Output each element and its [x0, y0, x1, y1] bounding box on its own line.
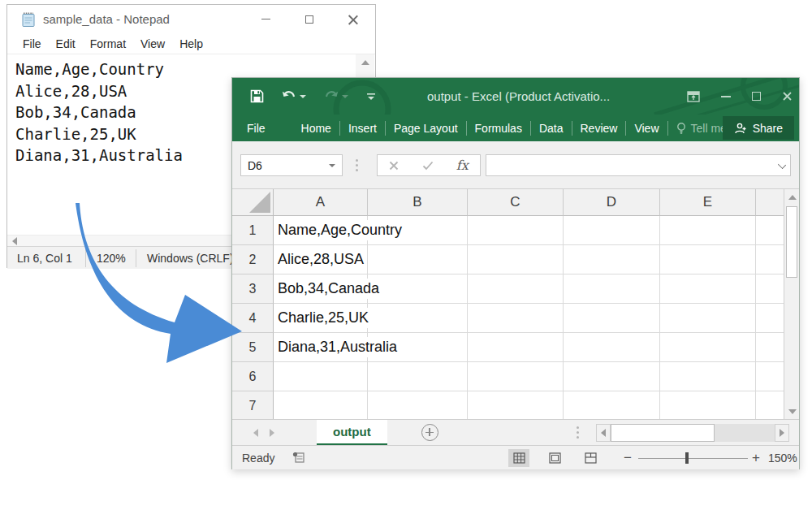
notepad-minimize-button[interactable]: [244, 5, 287, 33]
next-sheet-button[interactable]: [270, 429, 274, 437]
cell-a3[interactable]: Bob,34,Canada: [274, 274, 368, 304]
tab-file[interactable]: File: [235, 122, 277, 135]
scroll-up-button[interactable]: [784, 189, 800, 205]
excel-titlebar[interactable]: output - Excel (Product Activatio...: [232, 78, 799, 115]
cell-c2[interactable]: [468, 245, 564, 274]
cell-d3[interactable]: [564, 274, 660, 304]
notepad-maximize-button[interactable]: [287, 5, 331, 33]
tab-insert[interactable]: Insert: [340, 122, 385, 135]
column-header-c[interactable]: C: [468, 189, 564, 216]
cell-b7[interactable]: [368, 391, 468, 419]
cell-a5[interactable]: Diana,31,Australia: [274, 333, 368, 362]
name-box[interactable]: D6: [240, 154, 343, 176]
sheet-tab-output[interactable]: output: [317, 420, 387, 446]
grid-horizontal-scrollbar[interactable]: [596, 424, 789, 442]
cell-c4[interactable]: [468, 304, 564, 333]
cell-c7[interactable]: [468, 391, 564, 419]
cell-c6[interactable]: [468, 362, 564, 391]
share-button[interactable]: Share: [723, 116, 794, 140]
cell-b3[interactable]: [368, 274, 468, 304]
undo-button[interactable]: [282, 90, 306, 103]
cell-e4[interactable]: [660, 304, 756, 333]
zoom-out-button[interactable]: −: [624, 450, 632, 466]
ribbon-display-icon[interactable]: [687, 91, 700, 102]
formula-bar-expand-caret[interactable]: [778, 161, 786, 169]
cell-a6[interactable]: [274, 362, 368, 391]
menu-edit[interactable]: Edit: [49, 35, 83, 53]
cell-f2[interactable]: [756, 245, 784, 274]
cell-c3[interactable]: [468, 274, 564, 304]
previous-sheet-button[interactable]: [253, 429, 258, 437]
function-icon[interactable]: fx: [456, 158, 469, 173]
minimize-icon[interactable]: [721, 96, 731, 97]
cell-d1[interactable]: [564, 216, 660, 245]
zoom-in-button[interactable]: +: [752, 450, 760, 466]
cell-e3[interactable]: [660, 274, 756, 304]
close-icon[interactable]: [782, 91, 793, 102]
tab-formulas[interactable]: Formulas: [467, 122, 530, 135]
cancel-icon[interactable]: [389, 161, 399, 171]
cell-b6[interactable]: [368, 362, 468, 391]
cell-e2[interactable]: [660, 245, 756, 274]
record-macro-icon[interactable]: [292, 452, 305, 464]
row-header-7[interactable]: 7: [232, 391, 274, 419]
cell-f3[interactable]: [756, 274, 784, 304]
cell-e5[interactable]: [660, 333, 756, 362]
cell-d4[interactable]: [564, 304, 660, 333]
cell-c5[interactable]: [468, 333, 564, 362]
new-sheet-button[interactable]: [421, 424, 438, 441]
page-layout-view-button[interactable]: [544, 449, 565, 467]
cell-e7[interactable]: [660, 391, 756, 419]
cell-f5[interactable]: [756, 333, 784, 362]
cell-b2[interactable]: [368, 245, 468, 274]
cell-e1[interactable]: [660, 216, 756, 245]
column-header-partial[interactable]: [756, 189, 784, 216]
tab-view[interactable]: View: [626, 122, 667, 135]
scroll-right-button[interactable]: [775, 424, 789, 442]
menu-view[interactable]: View: [133, 35, 172, 53]
cell-c1[interactable]: [468, 216, 564, 245]
menu-help[interactable]: Help: [172, 35, 210, 53]
column-header-a[interactable]: A: [274, 189, 368, 216]
scroll-up-button[interactable]: [356, 54, 374, 71]
tab-data[interactable]: Data: [531, 122, 572, 135]
formula-bar-input[interactable]: [486, 154, 791, 176]
column-header-b[interactable]: B: [368, 189, 468, 216]
cell-d6[interactable]: [564, 362, 660, 391]
redo-button[interactable]: [324, 90, 348, 103]
scroll-down-button[interactable]: [784, 404, 800, 419]
cell-f4[interactable]: [756, 304, 784, 333]
cell-f7[interactable]: [756, 391, 784, 419]
scrollbar-thumb[interactable]: [611, 424, 715, 442]
enter-icon[interactable]: [422, 161, 434, 171]
tab-home[interactable]: Home: [293, 122, 339, 135]
page-break-view-button[interactable]: [580, 449, 601, 467]
zoom-slider-thumb[interactable]: [685, 452, 689, 464]
cell-f6[interactable]: [756, 362, 784, 391]
save-button[interactable]: [250, 89, 264, 103]
cell-a2[interactable]: Alice,28,USA: [274, 245, 368, 274]
cell-d2[interactable]: [564, 245, 660, 274]
zoom-slider-track[interactable]: [638, 458, 748, 459]
scrollbar-thumb[interactable]: [786, 206, 797, 278]
customize-qat-button[interactable]: [366, 91, 376, 102]
normal-view-button[interactable]: [508, 449, 529, 467]
column-header-e[interactable]: E: [660, 189, 756, 216]
maximize-icon[interactable]: [752, 92, 761, 101]
cell-a4[interactable]: Charlie,25,UK: [274, 304, 368, 333]
cell-b4[interactable]: [368, 304, 468, 333]
cell-d5[interactable]: [564, 333, 660, 362]
scroll-left-button[interactable]: [596, 424, 611, 442]
notepad-close-button[interactable]: [331, 5, 375, 33]
column-header-d[interactable]: D: [564, 189, 660, 216]
cell-a1[interactable]: Name,Age,Country: [274, 216, 368, 245]
tab-page-layout[interactable]: Page Layout: [386, 122, 466, 135]
cell-f1[interactable]: [756, 216, 784, 245]
menu-file[interactable]: File: [15, 35, 49, 53]
cell-e6[interactable]: [660, 362, 756, 391]
cell-d7[interactable]: [564, 391, 660, 419]
tab-review[interactable]: Review: [572, 122, 626, 135]
grid-vertical-scrollbar[interactable]: [784, 189, 799, 419]
cell-a7[interactable]: [274, 391, 368, 419]
notepad-titlebar[interactable]: sample_data - Notepad: [7, 5, 375, 33]
